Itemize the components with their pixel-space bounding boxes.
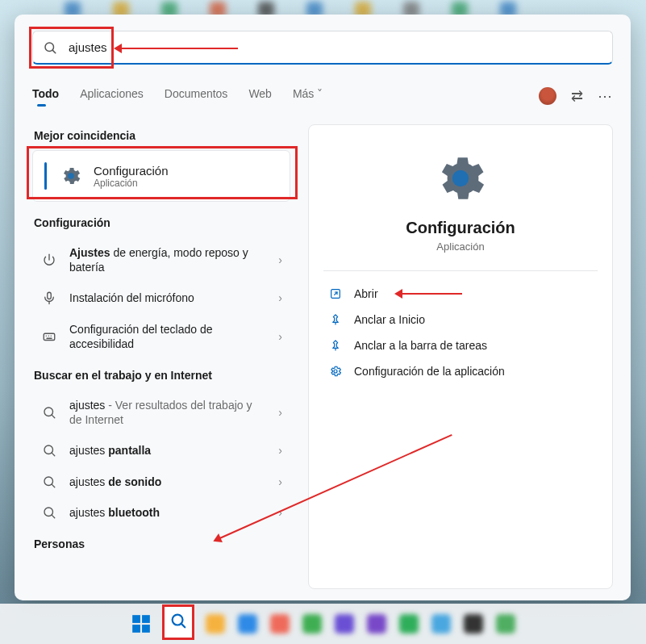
- result-text: ajustes pantalla: [69, 443, 267, 458]
- best-match-title: Configuración: [94, 164, 169, 178]
- preview-gear-icon: [431, 149, 490, 207]
- search-icon: [40, 475, 58, 489]
- result-text: ajustes - Ver resultados del trabajo y d…: [69, 398, 267, 427]
- web-result[interactable]: ajustes bluetooth ›: [32, 497, 290, 528]
- pin-icon: [328, 339, 343, 352]
- preview-subtitle: Aplicación: [323, 240, 598, 253]
- section-people: Personas: [34, 537, 290, 550]
- chevron-right-icon: ›: [278, 444, 282, 457]
- svg-line-13: [52, 454, 54, 456]
- settings-result[interactable]: Ajustes de energía, modo reposo y baterí…: [32, 237, 290, 282]
- results-list: Mejor coincidencia Configuración Aplicac…: [32, 124, 290, 589]
- svg-line-1: [52, 50, 55, 52]
- taskbar-app[interactable]: [301, 613, 323, 635]
- settings-result[interactable]: Configuración del teclado de accesibilid…: [32, 314, 290, 359]
- section-best-match: Mejor coincidencia: [34, 129, 290, 142]
- chevron-right-icon: ›: [278, 506, 282, 519]
- tab-todo[interactable]: Todo: [32, 87, 59, 105]
- search-panel: Todo Aplicaciones Documentos Web Más ˅ ⇄…: [15, 15, 631, 600]
- section-web: Buscar en el trabajo y en Internet: [34, 369, 290, 382]
- settings-result[interactable]: Instalación del micrófono ›: [32, 282, 290, 313]
- chevron-right-icon: ›: [278, 253, 282, 266]
- svg-line-15: [52, 484, 54, 487]
- result-text: ajustes de sonido: [69, 475, 267, 489]
- tab-documentos[interactable]: Documentos: [165, 87, 228, 105]
- taskbar-app[interactable]: [333, 613, 356, 635]
- result-text: Ajustes de energía, modo reposo y baterí…: [69, 245, 267, 274]
- chevron-right-icon: ›: [278, 330, 282, 343]
- open-icon: [328, 287, 343, 300]
- filter-tabs: Todo Aplicaciones Documentos Web Más ˅: [32, 87, 323, 105]
- search-icon: [40, 405, 58, 420]
- svg-line-17: [52, 515, 54, 517]
- preview-action-configuración de la aplicación[interactable]: Configuración de la aplicación: [323, 358, 598, 384]
- search-icon: [43, 40, 57, 55]
- preview-title: Configuración: [323, 219, 598, 237]
- action-label: Configuración de la aplicación: [354, 365, 505, 378]
- gear-icon: [328, 365, 343, 378]
- result-text: Configuración del teclado de accesibilid…: [69, 322, 267, 351]
- svg-point-22: [334, 370, 337, 373]
- preview-action-anclar a inicio[interactable]: Anclar a Inicio: [323, 307, 598, 332]
- taskbar-app[interactable]: [462, 613, 485, 635]
- more-options-icon[interactable]: ⋯: [598, 87, 613, 105]
- svg-line-28: [181, 624, 184, 627]
- annotation-arrow-open: [398, 293, 462, 295]
- action-label: Abrir: [354, 287, 378, 300]
- tab-mas[interactable]: Más ˅: [293, 87, 323, 105]
- chevron-right-icon: ›: [278, 406, 282, 419]
- chevron-right-icon: ›: [278, 475, 282, 488]
- svg-rect-23: [132, 615, 140, 623]
- phone-link-icon[interactable]: ⇄: [571, 87, 583, 105]
- result-text: ajustes bluetooth: [69, 505, 267, 520]
- search-icon: [40, 443, 58, 458]
- mic-icon: [40, 291, 58, 305]
- search-icon: [169, 612, 187, 629]
- section-settings: Configuración: [34, 216, 290, 229]
- preview-action-abrir[interactable]: Abrir: [323, 281, 598, 307]
- tab-web[interactable]: Web: [248, 87, 272, 105]
- chevron-right-icon: ›: [278, 291, 282, 304]
- svg-point-2: [68, 173, 73, 178]
- svg-rect-24: [142, 615, 150, 623]
- taskbar: [0, 604, 646, 644]
- preview-action-anclar a la barra de tareas[interactable]: Anclar a la barra de tareas: [323, 332, 598, 358]
- best-match-subtitle: Aplicación: [94, 178, 169, 189]
- user-avatar[interactable]: [539, 87, 556, 105]
- action-label: Anclar a la barra de tareas: [354, 339, 487, 352]
- taskbar-app[interactable]: [269, 613, 291, 635]
- taskbar-app[interactable]: [365, 613, 388, 635]
- tab-aplicaciones[interactable]: Aplicaciones: [80, 87, 144, 105]
- start-button[interactable]: [130, 613, 152, 635]
- svg-rect-3: [48, 293, 52, 299]
- search-icon: [40, 505, 58, 520]
- best-match-item[interactable]: Configuración Aplicación: [32, 150, 290, 202]
- taskbar-app[interactable]: [236, 613, 259, 635]
- svg-line-11: [52, 416, 54, 418]
- preview-pane: Configuración Aplicación Abrir Anclar a …: [308, 124, 613, 589]
- keyboard-icon: [40, 329, 58, 344]
- action-label: Anclar a Inicio: [354, 313, 425, 326]
- svg-point-18: [452, 170, 469, 186]
- power-icon: [40, 253, 58, 267]
- web-result[interactable]: ajustes - Ver resultados del trabajo y d…: [32, 390, 290, 435]
- web-result[interactable]: ajustes pantalla ›: [32, 435, 290, 466]
- gear-icon: [60, 165, 82, 187]
- result-text: Instalación del micrófono: [69, 291, 267, 305]
- taskbar-app[interactable]: [494, 613, 517, 635]
- svg-rect-5: [44, 333, 55, 340]
- taskbar-app[interactable]: [430, 613, 452, 635]
- svg-rect-26: [142, 625, 150, 633]
- taskbar-app[interactable]: [204, 613, 227, 635]
- taskbar-search-button[interactable]: [162, 604, 194, 640]
- taskbar-app[interactable]: [398, 613, 420, 635]
- pin-icon: [328, 313, 343, 326]
- svg-rect-25: [132, 625, 140, 633]
- annotation-arrow-search: [117, 48, 238, 49]
- web-result[interactable]: ajustes de sonido ›: [32, 466, 290, 497]
